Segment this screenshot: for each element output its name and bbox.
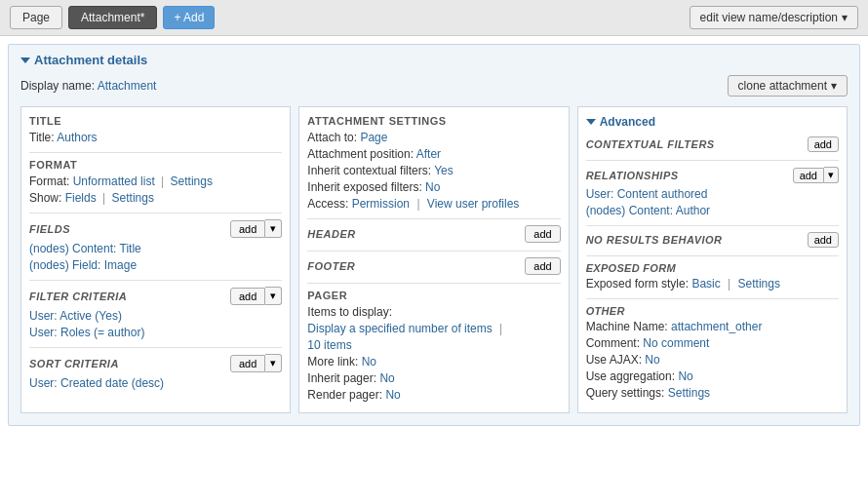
fields-item-link-1[interactable]: (nodes) Field: Image xyxy=(29,258,137,272)
advanced-header: Advanced xyxy=(586,115,839,129)
show-label: Show: xyxy=(29,191,61,205)
inherit-contextual-value[interactable]: Yes xyxy=(434,164,454,177)
attachment-position-label: Attachment position: xyxy=(307,147,414,161)
comment-label: Comment: xyxy=(586,336,640,350)
render-pager-row: Render pager: No xyxy=(307,388,560,402)
add-button[interactable]: + Add xyxy=(163,6,215,29)
query-settings-label: Query settings: xyxy=(586,386,665,400)
contextual-filters-row: CONTEXTUAL FILTERS add xyxy=(586,136,839,152)
relationships-add-group: add ▾ xyxy=(793,167,839,183)
filter-add-button[interactable]: add xyxy=(230,288,265,305)
filter-add-group: add ▾ xyxy=(230,287,282,305)
render-pager-value[interactable]: No xyxy=(385,388,400,402)
sort-add-dropdown[interactable]: ▾ xyxy=(265,354,282,372)
no-results-add-button[interactable]: add xyxy=(808,232,839,248)
header-section-header: HEADER xyxy=(307,228,355,240)
attachment-position-row: Attachment position: After xyxy=(307,147,560,161)
attachment-tab[interactable]: Attachment* xyxy=(68,6,157,29)
relationships-add-button[interactable]: add xyxy=(793,168,824,183)
access-view-user-link[interactable]: View user profiles xyxy=(427,197,520,211)
show-fields-link[interactable]: Fields xyxy=(65,191,97,205)
comment-value[interactable]: No comment xyxy=(643,336,709,350)
attachment-position-value[interactable]: After xyxy=(416,147,441,161)
footer-add-button[interactable]: add xyxy=(525,257,560,275)
relationship-link-0[interactable]: User: Content authored xyxy=(586,187,708,201)
advanced-collapse-icon[interactable] xyxy=(586,119,596,125)
attachment-details-panel: Attachment details Display name: Attachm… xyxy=(8,44,860,426)
inherit-exposed-value[interactable]: No xyxy=(425,180,440,194)
footer-section-header: FOOTER xyxy=(307,260,355,272)
other-header: OTHER xyxy=(586,298,839,317)
inherit-contextual-label: Inherit contextual filters: xyxy=(307,164,431,177)
format-settings-link[interactable]: Settings xyxy=(171,174,213,188)
access-label: Access: xyxy=(307,197,348,211)
right-column: Advanced CONTEXTUAL FILTERS add RELATION… xyxy=(577,106,848,413)
title-value-link[interactable]: Authors xyxy=(57,131,97,144)
filter-item-1: User: Roles (= author) xyxy=(29,326,282,339)
chevron-down-icon: ▾ xyxy=(842,11,848,24)
show-settings-link[interactable]: Settings xyxy=(112,191,154,205)
render-pager-label: Render pager: xyxy=(307,388,382,402)
tab-group: Page Attachment* + Add xyxy=(10,6,215,29)
collapse-icon[interactable] xyxy=(20,58,30,63)
fields-add-dropdown[interactable]: ▾ xyxy=(265,219,282,238)
access-permission-link[interactable]: Permission xyxy=(352,197,410,211)
fields-item-link-0[interactable]: (nodes) Content: Title xyxy=(29,242,141,255)
main-columns: TITLE Title: Authors FORMAT Format: Unfo… xyxy=(20,106,848,413)
fields-section-header: FIELDS xyxy=(29,223,70,235)
title-label: Title: xyxy=(29,131,55,144)
inherit-pager-value[interactable]: No xyxy=(379,371,394,385)
pager-section-header: PAGER xyxy=(307,283,560,301)
filter-item-0: User: Active (Yes) xyxy=(29,309,282,323)
relationship-link-1[interactable]: (nodes) Content: Author xyxy=(586,204,710,217)
separator2: | xyxy=(102,191,105,205)
use-aggregation-label: Use aggregation: xyxy=(586,369,675,383)
display-name-link[interactable]: Attachment xyxy=(98,79,157,93)
sort-item-link-0[interactable]: User: Created date (desc) xyxy=(29,376,164,390)
fields-add-button[interactable]: add xyxy=(230,220,265,238)
clone-dropdown-icon: ▾ xyxy=(831,79,837,93)
exposed-form-style-row: Exposed form style: Basic | Settings xyxy=(586,277,839,291)
inherit-pager-label: Inherit pager: xyxy=(307,371,376,385)
sort-add-button[interactable]: add xyxy=(230,355,265,372)
relationships-dropdown-button[interactable]: ▾ xyxy=(824,167,839,183)
pipe-sep-access: | xyxy=(416,197,419,211)
page-tab[interactable]: Page xyxy=(10,6,62,29)
edit-view-button[interactable]: edit view name/description ▾ xyxy=(690,6,858,29)
format-value-link[interactable]: Unformatted list xyxy=(73,174,155,188)
machine-name-value[interactable]: attachment_other xyxy=(671,320,762,333)
display-name-label: Display name: Attachment xyxy=(20,79,156,93)
filter-item-link-0[interactable]: User: Active (Yes) xyxy=(29,309,122,323)
top-nav: Page Attachment* + Add edit view name/de… xyxy=(0,0,868,36)
attach-to-row: Attach to: Page xyxy=(307,131,560,144)
relationships-row: RELATIONSHIPS add ▾ xyxy=(586,160,839,183)
inherit-exposed-label: Inherit exposed filters: xyxy=(307,180,421,194)
header-add-button[interactable]: add xyxy=(525,225,560,243)
left-column: TITLE Title: Authors FORMAT Format: Unfo… xyxy=(20,106,291,413)
attach-to-value[interactable]: Page xyxy=(360,131,387,144)
use-aggregation-row: Use aggregation: No xyxy=(586,369,839,383)
show-field-row: Show: Fields | Settings xyxy=(29,191,282,205)
more-link-value[interactable]: No xyxy=(362,355,376,368)
title-field-row: Title: Authors xyxy=(29,131,282,144)
ten-items-link[interactable]: 10 items xyxy=(307,338,351,352)
edit-view-area: edit view name/description ▾ xyxy=(690,6,858,29)
clone-attachment-button[interactable]: clone attachment ▾ xyxy=(728,75,848,97)
display-specified-link[interactable]: Display a specified number of items xyxy=(307,322,492,335)
more-link-row: More link: No xyxy=(307,355,560,368)
filter-add-dropdown[interactable]: ▾ xyxy=(265,287,282,305)
use-ajax-value[interactable]: No xyxy=(645,353,659,367)
use-aggregation-value[interactable]: No xyxy=(678,369,692,383)
contextual-add-button[interactable]: add xyxy=(808,136,839,152)
display-specified-row: Display a specified number of items | xyxy=(307,322,560,335)
use-ajax-row: Use AJAX: No xyxy=(586,353,839,367)
exposed-form-settings-link[interactable]: Settings xyxy=(738,277,780,291)
attachment-settings-header: ATTACHMENT SETTINGS xyxy=(307,115,560,127)
separator1: | xyxy=(161,174,164,188)
exposed-form-basic-link[interactable]: Basic xyxy=(691,277,720,291)
filter-item-link-1[interactable]: User: Roles (= author) xyxy=(29,326,144,339)
relationships-header: RELATIONSHIPS xyxy=(586,170,679,181)
no-results-header: NO RESULTS BEHAVIOR xyxy=(586,234,723,246)
query-settings-value[interactable]: Settings xyxy=(668,386,710,400)
machine-name-row: Machine Name: attachment_other xyxy=(586,320,839,333)
